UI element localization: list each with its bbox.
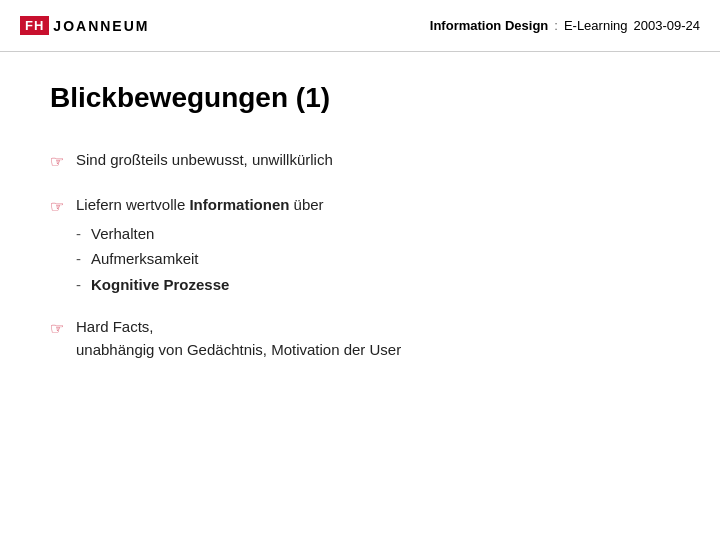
sub-list: - Verhalten - Aufmerksamkeit - Kognitive…: [76, 223, 670, 297]
list-item: - Kognitive Prozesse: [76, 274, 670, 297]
main-content: Blickbewegungen (1) ☞ Sind großteils unb…: [0, 52, 720, 391]
bullet-text-complex: Liefern wertvolle Informationen über - V…: [76, 194, 670, 296]
sub-item-text: Verhalten: [91, 223, 154, 246]
page-title: Blickbewegungen (1): [50, 82, 670, 114]
header-elearning: E-Learning: [564, 18, 628, 33]
logo-area: FH JOANNEUM: [20, 16, 149, 35]
list-item: ☞ Liefern wertvolle Informationen über -…: [50, 194, 670, 296]
list-item: - Aufmerksamkeit: [76, 248, 670, 271]
header-separator: :: [554, 18, 558, 33]
sub-dash: -: [76, 223, 81, 246]
bullet-text-pre: Liefern wertvolle: [76, 196, 189, 213]
header: FH JOANNEUM Information Design : E-Learn…: [0, 0, 720, 52]
bullet-icon: ☞: [50, 195, 64, 219]
sub-dash: -: [76, 248, 81, 271]
bullet-icon: ☞: [50, 317, 64, 341]
logo-fh: FH: [20, 16, 49, 35]
header-course-title: Information Design: [430, 18, 548, 33]
sub-item-text: Aufmerksamkeit: [91, 248, 199, 271]
list-item: - Verhalten: [76, 223, 670, 246]
bullet-list: ☞ Sind großteils unbewusst, unwillkürlic…: [50, 149, 670, 361]
header-date: 2003-09-24: [634, 18, 701, 33]
list-item: ☞ Sind großteils unbewusst, unwillkürlic…: [50, 149, 670, 174]
bullet-text: Hard Facts,unabhängig von Gedächtnis, Mo…: [76, 316, 670, 361]
logo-joanneum: JOANNEUM: [53, 18, 149, 34]
list-item: ☞ Hard Facts,unabhängig von Gedächtnis, …: [50, 316, 670, 361]
sub-item-text: Kognitive Prozesse: [91, 274, 229, 297]
bullet-text: Sind großteils unbewusst, unwillkürlich: [76, 149, 670, 172]
bullet-text-post: über: [289, 196, 323, 213]
sub-dash: -: [76, 274, 81, 297]
header-nav: Information Design : E-Learning 2003-09-…: [430, 18, 700, 33]
bullet-icon: ☞: [50, 150, 64, 174]
bullet-text-bold: Informationen: [189, 196, 289, 213]
